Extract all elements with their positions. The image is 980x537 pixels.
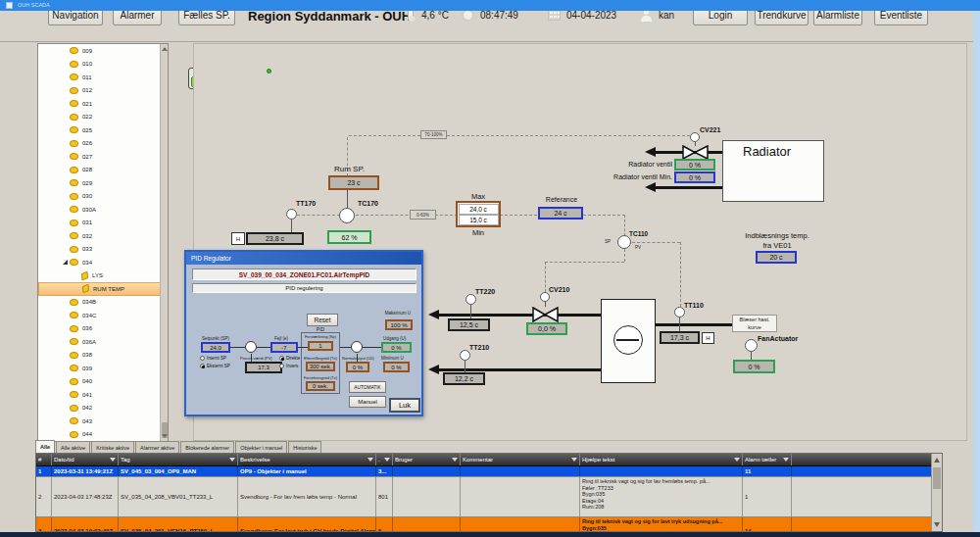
tc170-controller[interactable] — [339, 208, 355, 223]
blaeser-hast-kurve-button[interactable]: Blæser hast. kurve — [732, 315, 777, 332]
cv210-actuator[interactable] — [540, 292, 550, 302]
tree-item[interactable]: 043 — [38, 415, 168, 428]
cv221-actuator[interactable] — [690, 132, 700, 142]
alarm-tab[interactable]: Alle — [35, 440, 55, 453]
tt170-sensor[interactable] — [286, 209, 297, 220]
scroll-up-icon[interactable] — [162, 47, 168, 51]
alarm-tab[interactable]: Blokerede alarmer — [180, 441, 234, 453]
tc170-output-value[interactable]: 62 % — [327, 230, 371, 244]
reset-button[interactable]: Reset — [307, 314, 338, 326]
limit-block[interactable]: 24,0 c 15,0 c — [456, 201, 501, 227]
referance-value[interactable]: 24 c — [538, 207, 583, 220]
tree-item[interactable]: 034 — [38, 256, 168, 269]
radio-icon[interactable] — [279, 356, 284, 361]
tt210-value[interactable]: 12,2 c — [443, 372, 485, 385]
tree-item[interactable]: 010 — [38, 58, 168, 72]
tree-item[interactable]: 036 — [38, 322, 168, 336]
alarm-tab[interactable]: Objekter i manuel — [235, 441, 287, 453]
tree-item[interactable]: LYS — [38, 269, 168, 283]
radiator-ventil-value[interactable]: 0 % — [674, 159, 715, 171]
minimum-u-value[interactable]: 0 % — [383, 362, 410, 372]
fejl-value[interactable]: -7 — [270, 342, 298, 353]
tree-item[interactable]: 038 — [38, 349, 168, 363]
column-header[interactable]: Kommentar — [461, 454, 580, 465]
tree-item[interactable]: 029 — [38, 176, 168, 190]
scrollbar-thumb[interactable] — [933, 467, 941, 489]
tree-item[interactable]: 031 — [38, 217, 168, 230]
filter-icon[interactable] — [368, 458, 373, 462]
tree-item[interactable]: 039 — [38, 362, 168, 375]
manuel-button[interactable]: Manuel — [349, 396, 386, 408]
tree-item[interactable]: 040 — [38, 375, 168, 389]
invers-radio[interactable]: Invers — [279, 364, 298, 368]
tree-item[interactable]: 021 — [38, 97, 168, 111]
tree-item[interactable]: 011 — [38, 71, 168, 84]
proces-vaerdi-value[interactable]: 17,3 — [245, 362, 282, 373]
column-header[interactable]: Beskrivelse — [238, 454, 376, 465]
min-value[interactable]: 15,0 c — [459, 215, 499, 225]
maksimum-u-value[interactable]: 100 % — [385, 319, 413, 330]
alarm-row[interactable]: 3 2023-04-03 19:02:40Z SV_035_04_201_VEN… — [36, 517, 933, 532]
radio-icon[interactable] — [279, 364, 284, 368]
alarm-tab[interactable]: Alle aktive — [56, 441, 90, 453]
dialog-titlebar[interactable]: PID Regulator — [186, 252, 421, 265]
tree-item[interactable]: 009 — [38, 44, 168, 58]
fan-output-value[interactable]: 0 % — [733, 360, 775, 373]
radio-icon[interactable] — [200, 356, 205, 361]
fan-icon[interactable] — [613, 325, 643, 355]
tree-item[interactable]: 034C — [38, 309, 168, 322]
filter-icon[interactable] — [734, 458, 740, 462]
tree-item[interactable]: 012 — [38, 84, 168, 98]
tree-item[interactable]: 044 — [38, 428, 168, 442]
alarm-tab[interactable]: Alarmer aktive — [135, 441, 179, 453]
indblaesning-value[interactable]: 20 c — [756, 251, 797, 264]
alarm-tab[interactable]: Kritiske aktive — [91, 441, 134, 453]
tree-item[interactable]: 041 — [38, 388, 168, 402]
tt220-value[interactable]: 12,5 c — [448, 318, 490, 331]
filter-icon[interactable] — [452, 458, 458, 462]
filter-icon[interactable] — [571, 458, 577, 462]
expand-arrow-icon[interactable] — [60, 260, 70, 265]
column-header[interactable]: Hjælpe tekst — [580, 454, 743, 465]
column-header[interactable]: . — [376, 454, 393, 465]
radiator-ventil-min-value[interactable]: 0 % — [674, 171, 715, 183]
column-header[interactable]: Dato/tid — [52, 454, 119, 465]
cv221-valve-icon[interactable] — [682, 145, 709, 160]
tt210-sensor[interactable] — [460, 350, 470, 361]
filter-icon[interactable] — [783, 458, 789, 462]
tree-item[interactable]: 036A — [38, 335, 168, 349]
tv-value[interactable]: 0 sek. — [306, 381, 335, 391]
automatik-button[interactable]: AUTOMATIK — [349, 381, 386, 393]
tt220-sensor[interactable] — [466, 294, 476, 305]
alarm-row[interactable]: 2 2023-04-03 17:48:23Z SV_035_04_208_VBV… — [36, 477, 933, 517]
scroll-down-icon[interactable] — [162, 434, 168, 438]
radio-icon[interactable] — [200, 364, 205, 368]
cv210-valve-icon[interactable] — [532, 307, 559, 322]
alarm-table-scrollbar[interactable] — [931, 454, 942, 531]
filter-icon[interactable] — [384, 458, 390, 462]
tree-item[interactable]: 026 — [38, 137, 168, 151]
tc110-controller[interactable] — [617, 235, 631, 249]
tree-item[interactable]: 030A — [38, 203, 168, 217]
tree-scrollbar[interactable] — [160, 44, 168, 441]
tree-item[interactable]: RUM TEMP — [38, 282, 168, 296]
tree-item[interactable]: 022 — [38, 111, 168, 124]
column-header[interactable]: Tag — [119, 454, 238, 465]
udgang-value[interactable]: 0 % — [381, 342, 412, 353]
tree-item[interactable]: 032 — [38, 229, 168, 243]
eksternt-sp-radio[interactable]: Eksternt SP — [200, 364, 230, 368]
tt110-value[interactable]: 17,3 c — [660, 331, 700, 344]
tt170-value[interactable]: 23,8 c — [246, 232, 304, 245]
tree-item[interactable]: 034B — [38, 296, 168, 310]
alarm-row[interactable]: 1 2023-03-31 13:49:21Z SV_045_03_004_OP9… — [36, 466, 933, 477]
cv210-value[interactable]: 0,0 % — [526, 322, 567, 335]
alarm-tab[interactable]: Historiske — [288, 441, 321, 453]
scroll-up-icon[interactable] — [934, 458, 940, 463]
tree-item[interactable]: 025 — [38, 123, 168, 137]
scroll-down-icon[interactable] — [934, 522, 940, 527]
internt-sp-radio[interactable]: Internt SP — [200, 356, 226, 361]
column-header[interactable]: Bruger — [393, 454, 461, 465]
setpunkt-value[interactable]: 24,0 — [201, 342, 230, 353]
tn-value[interactable]: 300 sek. — [306, 362, 335, 371]
column-header[interactable]: Alarm tæller — [743, 454, 792, 465]
